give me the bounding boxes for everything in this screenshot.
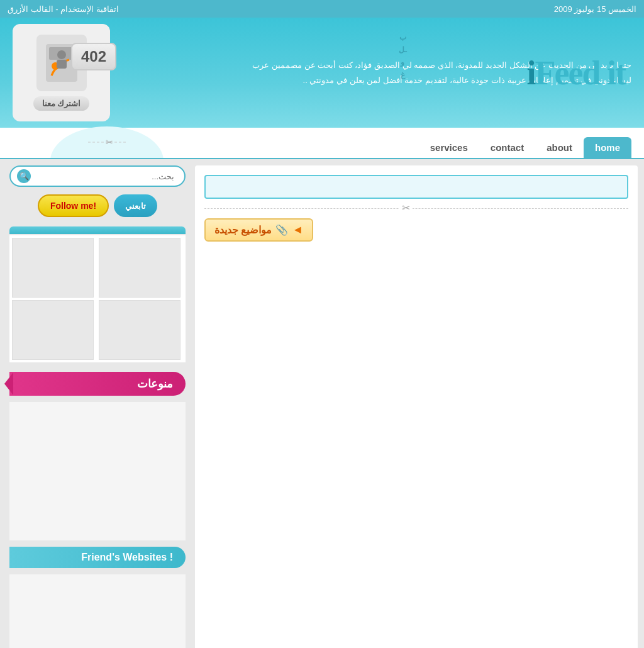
svg-text:ـل: ـل [399, 45, 408, 54]
new-topics-badge: ◄ 📎 مواضيع جديدة [204, 218, 313, 242]
new-topics-arrow: ◄ [292, 223, 303, 237]
friends-content-area [9, 574, 186, 648]
follow-arabic-button[interactable]: تابعني [114, 194, 157, 217]
nav-item-services[interactable]: services [419, 137, 479, 158]
misc-section-title: منوعات [9, 372, 186, 396]
nav-decoration: ✂ [50, 126, 164, 158]
scissors-icon: ✂ [399, 202, 413, 214]
content-input-bar[interactable] [204, 175, 628, 199]
svg-text:✂: ✂ [106, 137, 113, 147]
new-topics-section: ◄ 📎 مواضيع جديدة [204, 218, 628, 242]
rss-badge: 402 اشترك معنا [13, 24, 110, 121]
ad-cell-4 [99, 300, 180, 360]
date-display: الخميس 15 يوليوز 2009 [554, 4, 636, 14]
search-box: 🔍 [9, 165, 186, 187]
template-link[interactable]: اتفاقية الإستخدام - القالب الأزرق [8, 4, 119, 14]
search-input[interactable] [31, 172, 178, 181]
sidebar-divider-top [9, 226, 186, 234]
friends-section-title: Friend's Websites ! [9, 547, 186, 568]
top-bar: اتفاقية الإستخدام - القالب الأزرق الخميس… [0, 0, 644, 18]
svg-rect-4 [57, 60, 67, 69]
svg-text:و: و [400, 58, 404, 67]
subscriber-count: 402 [71, 43, 116, 70]
follow-me-button[interactable]: Follow me! [38, 194, 109, 217]
ads-grid [9, 235, 186, 362]
header: 402 اشترك معنا حتما لا بد لي من الحديث ع… [0, 18, 644, 128]
site-logo: iFeed it [527, 53, 625, 92]
navigation: ✂ services contact about home [0, 128, 644, 159]
svg-text:غ: غ [401, 70, 406, 79]
subscribe-label[interactable]: اشترك معنا [33, 96, 90, 111]
nav-item-about[interactable]: about [535, 137, 584, 158]
paperclip-icon: 📎 [275, 224, 288, 236]
divider-scissors: ✂ [204, 208, 628, 209]
svg-text:ب: ب [399, 33, 406, 42]
svg-point-3 [57, 50, 66, 59]
nav-menu: services contact about home [419, 137, 631, 158]
main-wrapper: 🔍 Follow me! تابعني منوعات Friend's Webs… [0, 159, 644, 648]
sidebar: 🔍 Follow me! تابعني منوعات Friend's Webs… [0, 159, 195, 648]
ad-cell-3 [12, 300, 94, 360]
follow-buttons: Follow me! تابعني [9, 194, 186, 217]
ad-cell-1 [12, 238, 94, 298]
nav-item-contact[interactable]: contact [479, 137, 535, 158]
content-area: ✂ ◄ 📎 مواضيع جديدة [195, 165, 638, 648]
search-icon: 🔍 [17, 169, 31, 183]
header-arabic-deco: ب ـل و غ [390, 27, 415, 113]
ad-cell-2 [99, 238, 180, 298]
nav-item-home[interactable]: home [584, 137, 631, 158]
header-left: 402 اشترك معنا [0, 24, 233, 121]
misc-content-area [9, 402, 186, 540]
